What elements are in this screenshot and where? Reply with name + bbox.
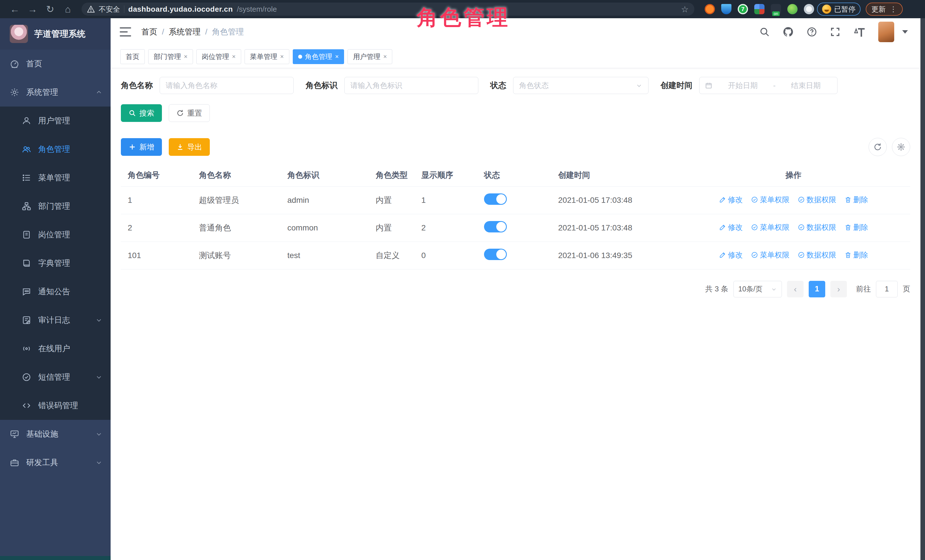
tab-dept[interactable]: 部门管理×: [148, 49, 193, 64]
sidebar-item-dict[interactable]: 字典管理: [0, 249, 111, 278]
close-tab-icon[interactable]: ×: [383, 54, 387, 60]
sidebar-item-audit[interactable]: 审计日志: [0, 306, 111, 335]
active-tab-dot: [298, 55, 302, 59]
search-button[interactable]: 搜索: [121, 104, 162, 122]
status-toggle[interactable]: [484, 194, 507, 205]
goto-page-input[interactable]: [876, 281, 898, 297]
sidebar-item-devtools[interactable]: 研发工具: [0, 448, 111, 477]
profile-paused-badge[interactable]: 已暂停: [817, 3, 860, 16]
role-type-cell: 自定义: [369, 242, 414, 269]
user-avatar[interactable]: [878, 22, 894, 42]
extension-pinwheel-icon[interactable]: [804, 4, 814, 14]
reset-button[interactable]: 重置: [169, 104, 210, 122]
status-toggle[interactable]: [484, 221, 507, 233]
export-button[interactable]: 导出: [169, 138, 210, 156]
sidebar-item-notice[interactable]: 通知公告: [0, 278, 111, 306]
sidebar-item-sms[interactable]: 短信管理: [0, 363, 111, 391]
role-key-cell: test: [280, 242, 369, 269]
sidebar-item-label: 错误码管理: [38, 400, 102, 411]
app-title: 芋道管理系统: [34, 28, 86, 40]
browser-forward-button[interactable]: →: [25, 2, 40, 17]
tab-home[interactable]: 首页: [120, 49, 145, 64]
sidebar-item-menu[interactable]: 菜单管理: [0, 164, 111, 192]
announce-icon: [22, 287, 32, 297]
next-page-button[interactable]: ›: [830, 281, 847, 297]
hamburger-icon[interactable]: [120, 27, 131, 36]
breadcrumb-system[interactable]: 系统管理: [169, 27, 201, 37]
extension-sprout-icon[interactable]: [787, 4, 798, 14]
extension-dark-icon[interactable]: on: [771, 4, 781, 14]
logo-avatar: [10, 25, 28, 43]
bookmark-star-icon[interactable]: ☆: [681, 4, 689, 14]
sidebar-item-online[interactable]: 在线用户: [0, 335, 111, 363]
breadcrumb-home[interactable]: 首页: [142, 27, 157, 37]
avatar-caret-icon[interactable]: [902, 30, 908, 34]
github-icon[interactable]: [782, 26, 794, 38]
tab-post[interactable]: 岗位管理×: [196, 49, 241, 64]
sidebar-item-post[interactable]: 岗位管理: [0, 221, 111, 249]
extension-colorful-icon[interactable]: [754, 4, 765, 14]
action-data-perm-link[interactable]: 数据权限: [798, 250, 836, 260]
sidebar-item-home[interactable]: 首页: [0, 50, 111, 78]
address-bar-divider: [124, 5, 124, 13]
extension-blue-drop-icon[interactable]: [721, 4, 731, 14]
action-menu-perm-link[interactable]: 菜单权限: [751, 250, 789, 260]
action-delete-link[interactable]: 删除: [844, 250, 868, 260]
log-icon: [22, 315, 32, 325]
close-tab-icon[interactable]: ×: [280, 54, 284, 60]
sidebar-item-dept[interactable]: 部门管理: [0, 192, 111, 221]
sidebar-item-user[interactable]: 用户管理: [0, 107, 111, 135]
add-button[interactable]: 新增: [121, 138, 162, 156]
prev-page-button[interactable]: ‹: [787, 281, 804, 297]
extension-orange-icon[interactable]: [705, 4, 715, 14]
tab-menu[interactable]: 菜单管理×: [244, 49, 289, 64]
tab-role[interactable]: 角色管理×: [293, 49, 344, 64]
sidebar-item-role[interactable]: 角色管理: [0, 135, 111, 164]
column-settings-button[interactable]: [892, 138, 910, 156]
role-table: 角色编号角色名称角色标识角色类型显示顺序状态创建时间操作 1超级管理员admin…: [121, 164, 910, 269]
circle-check-icon: [751, 251, 758, 259]
search-icon[interactable]: [759, 27, 770, 37]
status-select[interactable]: 角色状态: [513, 77, 648, 94]
browser-update-button[interactable]: 更新 ⋮: [866, 3, 903, 16]
browser-reload-button[interactable]: ↻: [43, 2, 57, 17]
close-tab-icon[interactable]: ×: [184, 54, 188, 60]
font-size-icon[interactable]: [853, 26, 866, 38]
help-icon[interactable]: [806, 27, 817, 37]
app-logo[interactable]: 芋道管理系统: [0, 18, 111, 50]
status-toggle[interactable]: [484, 249, 507, 260]
sidebar-item-infra[interactable]: 基础设施: [0, 420, 111, 448]
action-delete-link[interactable]: 删除: [844, 195, 868, 205]
address-bar[interactable]: 不安全 dashboard.yudao.iocoder.cn /system/r…: [81, 3, 695, 16]
close-tab-icon[interactable]: ×: [232, 54, 236, 60]
chevron-up-icon: [95, 89, 102, 96]
extensions-row: 7 on: [705, 4, 814, 14]
sidebar-item-system[interactable]: 系统管理: [0, 78, 111, 107]
action-edit-link[interactable]: 修改: [719, 195, 743, 205]
tab-user[interactable]: 用户管理×: [348, 49, 392, 64]
action-data-perm-link[interactable]: 数据权限: [798, 222, 836, 233]
circle-check-icon: [798, 251, 805, 259]
fullscreen-icon[interactable]: [830, 27, 841, 37]
action-menu-perm-link[interactable]: 菜单权限: [751, 195, 789, 205]
refresh-button[interactable]: [869, 138, 887, 156]
browser-back-button[interactable]: ←: [8, 2, 22, 17]
start-date-placeholder[interactable]: 开始日期: [717, 81, 769, 90]
window-scrollbar[interactable]: [920, 18, 925, 560]
action-menu-perm-link[interactable]: 菜单权限: [751, 222, 789, 233]
extension-green-icon[interactable]: 7: [738, 4, 748, 14]
page-1-button[interactable]: 1: [809, 281, 825, 297]
sidebar-item-errcode[interactable]: 错误码管理: [0, 391, 111, 420]
action-data-perm-link[interactable]: 数据权限: [798, 195, 836, 205]
action-edit-link[interactable]: 修改: [719, 250, 743, 260]
end-date-placeholder[interactable]: 结束日期: [780, 81, 832, 90]
browser-home-button[interactable]: ⌂: [60, 2, 75, 17]
page-size-select[interactable]: 10条/页: [734, 281, 782, 297]
browser-menu-icon[interactable]: ⋮: [890, 5, 897, 13]
action-delete-link[interactable]: 删除: [844, 222, 868, 233]
role-key-input[interactable]: [344, 77, 478, 94]
close-tab-icon[interactable]: ×: [335, 54, 339, 60]
date-range-picker[interactable]: 开始日期 - 结束日期: [699, 77, 838, 94]
role-name-input[interactable]: [160, 77, 294, 94]
action-edit-link[interactable]: 修改: [719, 222, 743, 233]
